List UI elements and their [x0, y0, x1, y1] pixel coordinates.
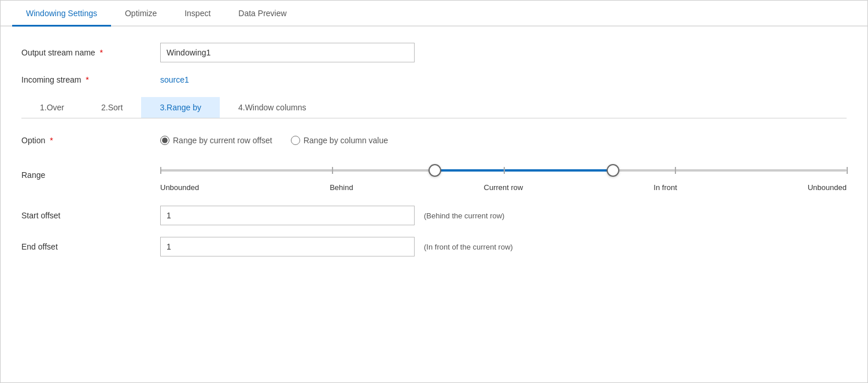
- label-behind: Behind: [330, 183, 353, 192]
- end-offset-row: End offset (In front of the current row): [21, 237, 847, 256]
- range-row: Range: [21, 161, 847, 192]
- end-offset-label: End offset: [21, 242, 160, 251]
- range-label: Range: [21, 161, 160, 180]
- radio-group: Range by current row offset Range by col…: [160, 136, 388, 145]
- incoming-stream-row: Incoming stream * source1: [21, 75, 847, 84]
- tick-0: [160, 167, 161, 174]
- sub-tab-bar: 1.Over 2.Sort 3.Range by 4.Window column…: [21, 97, 847, 118]
- slider-thumb-end[interactable]: [607, 164, 619, 177]
- start-offset-input[interactable]: [160, 206, 415, 225]
- option-required-star: *: [47, 136, 53, 145]
- output-stream-required-star: *: [98, 48, 103, 57]
- tab-windowing-settings[interactable]: Windowing Settings: [12, 1, 111, 27]
- radio-row-offset-input[interactable]: [160, 136, 169, 145]
- slider-thumb-start[interactable]: [429, 164, 441, 177]
- end-offset-hint: (In front of the current row): [424, 243, 513, 251]
- start-offset-hint: (Behind the current row): [424, 211, 504, 220]
- sub-tab-range-by[interactable]: 3.Range by: [141, 97, 220, 118]
- label-current-row: Current row: [484, 183, 523, 192]
- output-stream-input[interactable]: [160, 43, 415, 62]
- end-offset-input[interactable]: [160, 237, 415, 256]
- slider-track-fill: [435, 169, 614, 172]
- sub-tab-window-columns[interactable]: 4.Window columns: [220, 97, 325, 118]
- tab-optimize[interactable]: Optimize: [111, 1, 171, 27]
- option-label: Option *: [21, 136, 160, 145]
- tick-50: [504, 167, 505, 174]
- sub-tab-over[interactable]: 1.Over: [21, 97, 83, 118]
- option-row: Option * Range by current row offset Ran…: [21, 136, 847, 145]
- main-content: Output stream name * Incoming stream * s…: [1, 27, 867, 382]
- radio-column-value-input[interactable]: [291, 136, 300, 145]
- radio-row-offset[interactable]: Range by current row offset: [160, 136, 272, 145]
- tab-bar: Windowing Settings Optimize Inspect Data…: [1, 1, 867, 27]
- main-window: Windowing Settings Optimize Inspect Data…: [0, 0, 868, 383]
- label-in-front: In front: [653, 183, 677, 192]
- start-offset-label: Start offset: [21, 211, 160, 220]
- tick-25: [332, 167, 333, 174]
- incoming-stream-label: Incoming stream *: [21, 75, 160, 84]
- slider-labels: Unbounded Behind Current row In front Un…: [160, 183, 847, 192]
- label-unbounded-right: Unbounded: [808, 183, 847, 192]
- tick-75: [675, 167, 676, 174]
- tick-100: [847, 167, 848, 174]
- range-slider-container: Unbounded Behind Current row In front Un…: [160, 161, 847, 192]
- sub-tab-sort[interactable]: 2.Sort: [83, 97, 141, 118]
- output-stream-row: Output stream name *: [21, 43, 847, 62]
- tab-data-preview[interactable]: Data Preview: [224, 1, 300, 27]
- incoming-stream-required-star: *: [83, 75, 88, 84]
- radio-column-value[interactable]: Range by column value: [291, 136, 388, 145]
- slider-track-wrapper[interactable]: [160, 161, 847, 180]
- incoming-stream-link[interactable]: source1: [160, 75, 189, 84]
- output-stream-label: Output stream name *: [21, 48, 160, 57]
- label-unbounded-left: Unbounded: [160, 183, 199, 192]
- tab-inspect[interactable]: Inspect: [171, 1, 224, 27]
- start-offset-row: Start offset (Behind the current row): [21, 206, 847, 225]
